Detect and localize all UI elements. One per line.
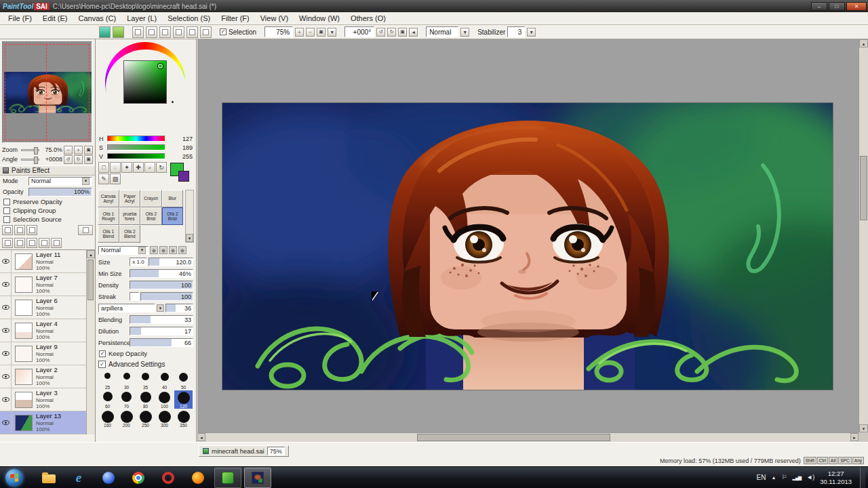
layer-row[interactable]: Layer 7Normal100% — [0, 273, 86, 296]
layer-row[interactable]: Layer 6Normal100% — [0, 296, 86, 319]
any-key-dropdown[interactable]: Any — [852, 457, 864, 464]
zoom-in-button[interactable]: + — [295, 28, 304, 37]
scrollbar-thumb[interactable] — [417, 434, 610, 441]
lasso-tool[interactable]: ◌ — [110, 162, 121, 173]
dilution-slider[interactable]: 17 — [130, 327, 193, 336]
magic-wand-tool[interactable]: ✦ — [121, 162, 132, 173]
brush-shape-button[interactable] — [159, 246, 167, 254]
toolbar-button-3[interactable] — [159, 26, 171, 38]
brush-preset-cell[interactable]: Crayon — [140, 190, 162, 207]
brush-size-cell-selected[interactable]: 120 — [174, 390, 193, 409]
brush-size-cell[interactable]: 200 — [117, 409, 136, 428]
layer-opacity-slider[interactable]: 100% — [28, 188, 92, 197]
artwork-canvas[interactable] — [222, 103, 833, 390]
brush-size-cell[interactable]: 30 — [117, 371, 136, 390]
selection-source-checkbox[interactable] — [3, 216, 10, 223]
brush-preset-cell[interactable]: Oils 2Blend — [119, 225, 141, 243]
toolbar-button-2[interactable] — [146, 26, 157, 38]
taskbar-ie-button[interactable]: e — [65, 468, 92, 488]
navigator-zoom-in-button[interactable]: + — [74, 146, 83, 155]
start-button[interactable] — [5, 469, 23, 487]
taskbar-firefox-button[interactable] — [184, 468, 212, 488]
hue-marker[interactable] — [171, 100, 174, 104]
brush-blend-dropdown-arrow[interactable]: ▼ — [138, 247, 146, 254]
action-center-icon[interactable]: ⚐ — [781, 474, 787, 481]
layer-row[interactable]: Layer 4Normal100% — [0, 319, 86, 342]
rotate-reset-button[interactable]: ▣ — [398, 28, 407, 37]
taskbar-browser-button[interactable] — [95, 468, 122, 488]
rotation-field[interactable]: +000° — [344, 26, 374, 37]
scroll-left-icon[interactable]: ◄ — [197, 433, 205, 441]
menu-filter[interactable]: Filter (F) — [216, 14, 255, 22]
layer-row[interactable]: Layer 9Normal100% — [0, 342, 86, 365]
rotate-cw-button[interactable]: ↻ — [387, 28, 396, 37]
color-wheel[interactable] — [96, 39, 196, 134]
navigator-rotate-cw-button[interactable]: ↻ — [74, 155, 83, 164]
taskbar-opera-button[interactable] — [155, 468, 182, 488]
close-button[interactable]: ✕ — [846, 2, 867, 11]
layer-mode-dropdown-arrow[interactable]: ▼ — [82, 178, 90, 185]
canvas-vertical-scrollbar[interactable]: ▲ ▼ — [859, 39, 868, 432]
scroll-down-icon[interactable]: ▼ — [859, 424, 868, 432]
delete-layer-button[interactable] — [51, 238, 62, 248]
brush-size-cell[interactable]: 40 — [155, 371, 174, 390]
menu-others[interactable]: Others (O) — [345, 14, 391, 22]
brush-size-cell[interactable]: 80 — [136, 390, 155, 409]
density-slider[interactable]: 100 — [130, 281, 193, 289]
brush-size-cell[interactable]: 100 — [155, 390, 174, 409]
brush-size-cell[interactable]: 50 — [174, 371, 193, 390]
new-layer-set-button[interactable] — [14, 225, 25, 235]
brush-size-cell[interactable]: 25 — [98, 371, 117, 390]
brush-preset-cell[interactable]: Oils 2Brist — [140, 207, 162, 225]
stabilizer-value[interactable]: 3 — [507, 26, 525, 37]
pen-tool[interactable]: ✎ — [98, 174, 109, 184]
taskbar-chrome-button[interactable] — [125, 468, 152, 488]
brush-size-cell[interactable]: 35 — [136, 371, 155, 390]
layer-mode-dropdown[interactable]: Normal ▼ — [28, 177, 92, 186]
menu-file[interactable]: File (F) — [3, 14, 37, 22]
menu-edit[interactable]: Edit (E) — [37, 14, 73, 22]
new-linework-layer-button[interactable] — [26, 225, 37, 235]
layer-visibility-toggle[interactable] — [0, 388, 12, 411]
layer-visibility-toggle[interactable] — [0, 319, 12, 342]
size-unit-box[interactable]: x 1.0 — [130, 258, 147, 266]
canvas-area[interactable] — [197, 39, 859, 432]
navigator-zoom-out-button[interactable]: − — [64, 146, 73, 155]
maximize-button[interactable]: □ — [829, 2, 845, 11]
zoom-out-button[interactable]: − — [306, 28, 315, 37]
zoom-tool[interactable]: ⌕ — [144, 162, 155, 173]
scroll-down-icon[interactable]: ▼ — [186, 234, 193, 242]
navigator-rotate-ccw-button[interactable]: ↺ — [64, 155, 73, 164]
move-tool[interactable]: ✚ — [133, 162, 144, 173]
navigator-zoom-reset-button[interactable]: ▣ — [84, 146, 93, 155]
new-layer-button[interactable] — [2, 225, 13, 235]
taskbar-sai-button[interactable] — [244, 468, 271, 488]
brush-preset-cell[interactable]: CanvasAcryl — [98, 190, 119, 207]
persistence-slider[interactable]: 66 — [130, 338, 193, 347]
taskbar-explorer-button[interactable] — [35, 468, 62, 488]
fill-layer-button[interactable] — [39, 238, 50, 248]
sv-marker[interactable] — [158, 64, 163, 68]
streak-slider[interactable]: 100 — [140, 292, 193, 301]
toolbar-color-button-1[interactable] — [99, 26, 111, 38]
document-tab[interactable]: minecraft head.sai 75% — [199, 445, 289, 457]
rotate-ccw-button[interactable]: ↺ — [376, 28, 385, 37]
scrollbar-thumb[interactable] — [860, 156, 867, 220]
hue-slider[interactable] — [107, 136, 165, 142]
layer-row-selected[interactable]: Layer 13Normal100% — [0, 411, 86, 434]
language-indicator[interactable]: EN — [757, 474, 766, 481]
menu-window[interactable]: Window (W) — [294, 14, 345, 22]
toolbar-button-4[interactable] — [173, 26, 184, 38]
expand-icon[interactable]: ✓ — [98, 361, 106, 368]
texture-strength-slider[interactable]: 36 — [165, 304, 193, 312]
min-size-slider[interactable]: 46% — [130, 269, 193, 278]
clear-layer-button[interactable] — [26, 238, 37, 248]
rotate-tool[interactable]: ↻ — [156, 162, 167, 173]
scrollbar-thumb[interactable] — [87, 260, 94, 300]
eyedropper-tool[interactable]: ▨ — [110, 174, 121, 184]
transfer-down-button[interactable] — [2, 238, 13, 248]
layer-visibility-toggle[interactable] — [0, 273, 12, 296]
selection-marquee-tool[interactable]: □ — [98, 162, 109, 173]
saturation-slider[interactable] — [107, 144, 165, 150]
menu-view[interactable]: View (V) — [255, 14, 294, 22]
